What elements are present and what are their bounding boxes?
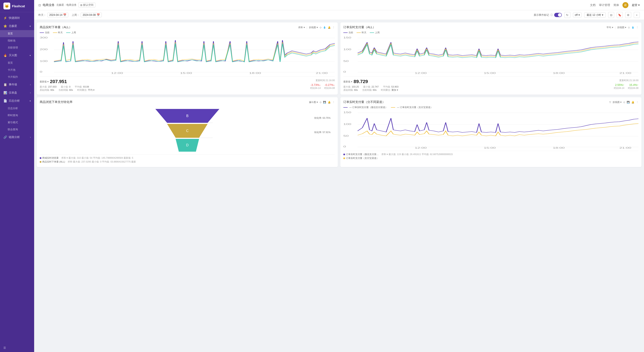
link-analysis-icon: 🔗 (4, 135, 7, 139)
sidebar-subitem-metrics[interactable]: 指标池 (0, 37, 34, 44)
sidebar-subitem-heatmap-home[interactable]: 首页 (0, 59, 34, 67)
sidebar-subitem-realtime-query[interactable]: 即时查询 (0, 112, 34, 119)
time-range-dropdown[interactable]: 最近 12 小时 ▾ (584, 13, 606, 18)
metric-label-2[interactable]: 最新值 ▾ (343, 80, 352, 83)
audit-link[interactable]: 审计管理 (599, 3, 610, 7)
sidebar-subitem-card-pool[interactable]: 卡片池 (0, 67, 34, 74)
diamond-button-2[interactable]: ◇ (628, 26, 630, 29)
lastweek-label: 上周： (72, 13, 80, 17)
plus-icon: + (636, 14, 638, 17)
chart-type-button-2[interactable]: 折线图 ▾ (617, 26, 626, 29)
legend-current-2: 当前 (343, 31, 353, 34)
sidebar-item-dashboard[interactable]: 📊 仪表盘 › (0, 89, 34, 97)
svg-text:100: 100 (40, 60, 48, 63)
drop-button-2[interactable]: 💧 (632, 26, 634, 29)
agg-sum-button[interactable]: 求和 ▾ (298, 26, 305, 29)
breadcrumb-ecommerce[interactable]: 电商业务 (66, 3, 76, 7)
svg-text:15:00: 15:00 (484, 72, 496, 75)
topbar: ⊡ 电商业务 北极星 / 电商业务 ⊞ 默认空间 文档 审计管理 简体 超 超管… (34, 0, 644, 10)
card-title-2: 订单实时支付量（ALL） (343, 26, 376, 29)
chevron-down-icon: ▾ (30, 25, 31, 27)
yesterday-date-input[interactable]: 2024-04-14 📅 (47, 13, 68, 17)
chart-svg-4: 150 100 50 0 12:00 15:00 18:00 21:00 (343, 111, 638, 149)
topbar-right: 文档 审计管理 简体 超 超管 ▾ (590, 2, 640, 8)
svg-text:0: 0 (343, 71, 346, 73)
user-name-button[interactable]: 超管 ▾ (632, 3, 640, 7)
chevron-down-icon: ▾ (30, 100, 31, 102)
settings-button[interactable]: ⚙ (625, 12, 631, 18)
legend-text-1: 商城实时浏览量 (42, 156, 59, 160)
filter-right: 展示事件标记 ⓘ ↻ off ▾ 最近 12 小时 ▾ ⊟ 🔖 (534, 12, 640, 18)
sidebar-item-heatmap[interactable]: 🔥 灭火图 ▾ (0, 51, 34, 59)
more-button-3[interactable]: ⋮ (332, 101, 335, 104)
svg-text:50: 50 (343, 60, 349, 63)
min-stat: 最小值: 0 (61, 85, 70, 88)
legend-alipay: — 订单实时支付量（支付宝渠道） (391, 106, 433, 109)
svg-text:0: 0 (343, 145, 346, 148)
diamond-button-4[interactable]: ◇ (623, 101, 625, 104)
save-button-4[interactable]: 💾 (627, 101, 630, 104)
legend-label: 昨天 (58, 31, 63, 34)
event-toggle-switch[interactable] (554, 13, 562, 17)
update-time-1: 更新时间:21:16:00 (310, 79, 335, 82)
card-controls-2: 平均 ▾ | 折线图 ▾ ◇ 💧 ⋮ (606, 26, 638, 29)
svg-text:0: 0 (40, 71, 42, 73)
language-link[interactable]: 简体 (614, 3, 619, 7)
metric-value-1: 207.951 (50, 79, 67, 84)
page-icon: ⊡ (38, 4, 41, 7)
alert-button-4[interactable]: 🔔 (632, 101, 634, 104)
columns-button[interactable]: ⊟ (608, 12, 614, 18)
save-button-3[interactable]: 💾 (323, 101, 326, 104)
chart-type-button-4[interactable]: 折线图 ▾ (613, 101, 622, 104)
svg-text:21:00: 21:00 (620, 72, 632, 75)
diamond-button-3[interactable]: ◇ (320, 101, 321, 104)
more-button[interactable]: ⋮ (332, 26, 335, 29)
sidebar-logo: 🐱 Flashcat (0, 0, 34, 12)
sidebar-item-event-wall[interactable]: 📋 事件墙 › (0, 81, 34, 89)
sidebar-subitem-log-analysis[interactable]: 日志分析 (0, 105, 34, 112)
default-space-button[interactable]: ⊞ 默认空间 (78, 3, 96, 8)
change-item-2: -0.27%↓ 对比04-08 (324, 83, 335, 90)
chart-type-button[interactable]: 折线图 ▾ (309, 26, 318, 29)
svg-text:100: 100 (343, 123, 351, 126)
legend-label: 上周 (71, 31, 76, 34)
sidebar-item-quick-jump[interactable]: ⚡ 快捷跳转 (0, 14, 34, 22)
refresh-button[interactable]: ↻ (564, 12, 570, 18)
card-title-1: 商品实时下单量（ALL） (40, 26, 72, 29)
legend-text-wechat: 订单实时支付量（微信支付渠… (346, 153, 379, 156)
sidebar-subitem-union-query[interactable]: 联合查询 (0, 126, 34, 133)
sidebar-subitem-card-topo[interactable]: 卡片拓扑 (0, 74, 34, 81)
sidebar-subitem-home[interactable]: 首页 (0, 30, 34, 37)
sidebar-subitem-label: 首页 (8, 32, 13, 35)
sidebar-bottom[interactable]: ☰ (0, 344, 34, 352)
sidebar: 🐱 Flashcat ⚡ 快捷跳转 ⭐ 北极星 ▾ 首页 指标池 关联管理 🔥 … (0, 0, 34, 352)
more-button-4[interactable]: ⋮ (636, 101, 638, 104)
breadcrumb: 北极星 / 电商业务 (56, 3, 76, 7)
filter-button-4[interactable]: ▽ (609, 101, 611, 104)
svg-text:21:00: 21:00 (316, 72, 328, 75)
sidebar-subitem-index-mode[interactable]: 索引模式 (0, 119, 34, 126)
off-dropdown[interactable]: off ▾ (573, 13, 582, 17)
sidebar-item-north-star[interactable]: ⭐ 北极星 ▾ (0, 22, 34, 30)
sidebar-subitem-relation[interactable]: 关联管理 (0, 44, 34, 51)
sidebar-subitem-label: 首页 (8, 61, 13, 64)
diamond-button[interactable]: ◇ (320, 26, 321, 29)
alert-button[interactable]: 🔔 (328, 26, 331, 29)
sidebar-item-link-analysis[interactable]: 🔗 链路分析 › (0, 133, 34, 141)
docs-link[interactable]: 文档 (590, 3, 596, 7)
lastweek-date-input[interactable]: 2024-04-08 📅 (81, 13, 102, 17)
legend-text-alipay: 订单实时支付量（支付宝渠道） (346, 157, 379, 160)
metric-label-1[interactable]: 最新值 ▾ (40, 80, 49, 83)
svg-text:21:00: 21:00 (620, 147, 632, 149)
sidebar-item-log-analysis[interactable]: 📄 日志分析 ▾ (0, 97, 34, 105)
add-button[interactable]: + (634, 12, 640, 18)
more-button-2[interactable]: ⋮ (636, 26, 638, 29)
breadcrumb-north-star[interactable]: 北极星 (56, 3, 64, 7)
logo-text: Flashcat (12, 4, 25, 8)
agg-avg-button[interactable]: 平均 ▾ (606, 26, 613, 29)
drop-button[interactable]: 💧 (323, 26, 326, 29)
bookmark-button[interactable]: 🔖 (617, 12, 623, 18)
alert-button-3[interactable]: 🔔 (328, 101, 331, 104)
funnel-type-button[interactable]: 漏斗图 ▾ (309, 101, 318, 104)
chart-svg-2: 150 100 50 0 12:00 15:00 18:00 21:00 (343, 36, 638, 74)
